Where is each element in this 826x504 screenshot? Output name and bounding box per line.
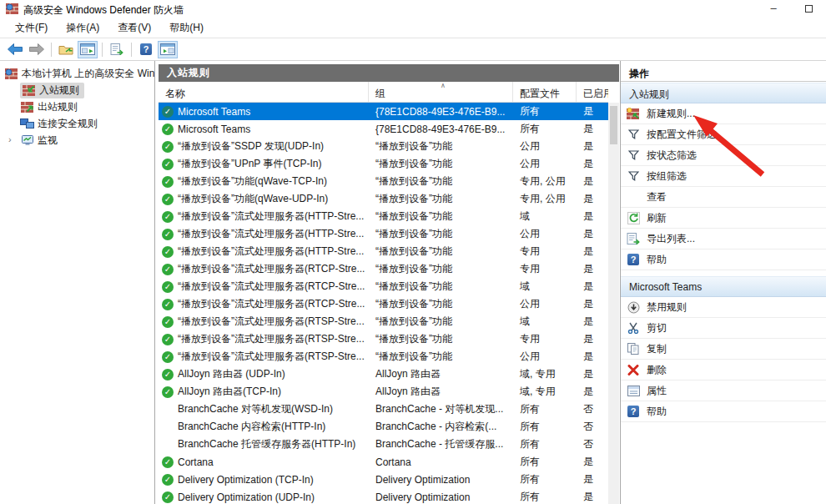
export-list-icon[interactable] — [107, 41, 127, 58]
back-icon[interactable] — [5, 41, 25, 58]
column-header-enabled[interactable]: 已启用 — [577, 82, 608, 102]
help-icon[interactable]: ? — [136, 41, 156, 58]
action-export-list[interactable]: 导出列表... — [621, 229, 826, 249]
rule-enabled-check-icon: ✓ — [162, 194, 174, 205]
rule-profile-cell: 专用 — [513, 332, 577, 346]
rule-name: “播放到设备”功能(qWave-UDP-In) — [178, 192, 328, 206]
action-properties[interactable]: 属性 — [621, 381, 826, 401]
table-row[interactable]: ✓“播放到设备”UPnP 事件(TCP-In) “播放到设备”功能 公用 是 — [159, 155, 608, 173]
action-refresh[interactable]: 刷新 — [621, 208, 826, 229]
rule-name-cell: ✓BranchCache 对等机发现(WSD-In) — [159, 402, 369, 416]
rule-enabled-check-icon: ✓ — [162, 491, 174, 503]
actions-pane-body: 入站规则 新建规则... 按配置文件筛选 按状态筛选 按组筛选 查看 刷新 导出… — [621, 83, 826, 504]
rule-name-cell: ✓Delivery Optimization (TCP-In) — [159, 474, 369, 486]
rule-name: “播放到设备”流式处理服务器(HTTP-Stre... — [178, 209, 364, 224]
table-row[interactable]: ✓“播放到设备”功能(qWave-TCP-In) “播放到设备”功能 专用, 公… — [159, 173, 608, 190]
rule-profile-cell: 所有 — [513, 122, 577, 136]
rule-profile-cell: 域, 专用 — [513, 367, 577, 381]
sidebar-item-monitoring[interactable]: 监视 — [20, 133, 58, 149]
table-row[interactable]: ✓Cortana Cortana 所有 是 — [159, 453, 608, 471]
column-header-profile[interactable]: 配置文件 — [513, 82, 577, 102]
maximize-icon — [805, 5, 813, 13]
rule-enabled-check-icon: ✓ — [162, 211, 174, 223]
table-row[interactable]: ✓“播放到设备”流式处理服务器(RTSP-Stre... “播放到设备”功能 专… — [159, 330, 608, 348]
rule-group-cell: BranchCache - 对等机发现... — [369, 402, 513, 416]
table-row[interactable]: ✓BranchCache 内容检索(HTTP-In) BranchCache -… — [159, 418, 608, 436]
vertical-scrollbar[interactable] — [608, 103, 619, 504]
rule-group-cell: “播放到设备”功能 — [369, 227, 513, 241]
table-row[interactable]: ✓AllJoyn 路由器(TCP-In) AllJoyn 路由器 域, 专用 是 — [159, 383, 608, 401]
table-row[interactable]: ✓“播放到设备”功能(qWave-UDP-In) “播放到设备”功能 专用, 公… — [159, 190, 608, 208]
rule-name: Delivery Optimization (UDP-In) — [178, 491, 315, 503]
rule-name-cell: ✓“播放到设备”UPnP 事件(TCP-In) — [159, 157, 369, 171]
scrollbar-thumb[interactable] — [610, 106, 617, 144]
table-row[interactable]: ✓BranchCache 对等机发现(WSD-In) BranchCache -… — [159, 401, 608, 418]
menu-file[interactable]: 文件(F) — [7, 18, 58, 38]
actions-pane: 操作 入站规则 新建规则... 按配置文件筛选 按状态筛选 按组筛选 查看 刷新… — [620, 61, 826, 504]
action-delete[interactable]: 删除 — [621, 360, 826, 381]
sidebar-item-inbound-rules[interactable]: 入站规则 — [20, 83, 84, 98]
sort-ascending-icon: ∧ — [441, 82, 446, 89]
list-pane-title: 入站规则 — [159, 64, 619, 82]
rule-enabled-check-icon: ✓ — [162, 351, 174, 363]
rule-name-cell: ✓AllJoyn 路由器(TCP-In) — [159, 385, 369, 399]
table-row[interactable]: ✓AllJoyn 路由器 (UDP-In) AllJoyn 路由器 域, 专用 … — [159, 365, 608, 383]
menu-help[interactable]: 帮助(H) — [161, 18, 214, 38]
tree-root-local-computer[interactable]: 本地计算机 上的高级安全 Win — [4, 66, 154, 82]
table-row[interactable]: ✓“播放到设备”SSDP 发现(UDP-In) “播放到设备”功能 公用 是 — [159, 138, 608, 155]
rule-name-cell: ✓AllJoyn 路由器 (UDP-In) — [159, 367, 369, 381]
rule-enabled-check-icon: ✓ — [162, 106, 174, 118]
action-view[interactable]: 查看 — [621, 187, 826, 208]
action-new-rule[interactable]: 新建规则... — [621, 103, 826, 124]
table-row[interactable]: ✓“播放到设备”流式处理服务器(HTTP-Stre... “播放到设备”功能 域… — [159, 208, 608, 225]
firewall-app-icon — [6, 3, 18, 17]
sidebar-item-connection-security[interactable]: 连接安全规则 — [20, 116, 98, 132]
menu-view[interactable]: 查看(V) — [109, 18, 161, 38]
rule-enabled-check-icon: ✓ — [162, 281, 174, 293]
maximize-button[interactable] — [794, 0, 823, 18]
rule-profile-cell: 公用 — [513, 297, 577, 311]
sidebar-item-outbound-rules[interactable]: 出站规则 — [20, 99, 78, 115]
table-row[interactable]: ✓BranchCache 托管缓存服务器(HTTP-In) BranchCach… — [159, 436, 608, 453]
console-tree-pane: 本地计算机 上的高级安全 Win › 入站规则 出站规则 连接安全规则 监视 — [0, 61, 155, 504]
action-disable-rule[interactable]: 禁用规则 — [621, 297, 826, 318]
action-copy[interactable]: 复制 — [621, 339, 826, 360]
table-row[interactable]: ✓Microsoft Teams {78E1CD88-49E3-476E-B9.… — [159, 120, 608, 138]
column-header-name[interactable]: 名称 — [159, 82, 369, 102]
table-row[interactable]: ✓“播放到设备”流式处理服务器(RTSP-Stre... “播放到设备”功能 公… — [159, 348, 608, 365]
table-row[interactable]: ✓“播放到设备”流式处理服务器(RTCP-Stre... “播放到设备”功能 专… — [159, 260, 608, 278]
table-row[interactable]: ✓“播放到设备”流式处理服务器(RTCP-Stre... “播放到设备”功能 域… — [159, 278, 608, 295]
rule-name-cell: ✓“播放到设备”流式处理服务器(HTTP-Stre... — [159, 227, 369, 241]
rule-name: AllJoyn 路由器(TCP-In) — [178, 385, 281, 399]
table-row[interactable]: ✓Microsoft Teams {78E1CD88-49E3-476E-B9.… — [159, 103, 608, 120]
folder-icon[interactable] — [56, 41, 76, 58]
rule-enabled-check-icon: ✓ — [162, 246, 174, 258]
table-row[interactable]: ✓Delivery Optimization (TCP-In) Delivery… — [159, 471, 608, 488]
action-help[interactable]: ? 帮助 — [621, 249, 826, 270]
rule-name: “播放到设备”功能(qWave-TCP-In) — [178, 174, 327, 189]
help-icon: ? — [626, 406, 641, 417]
menu-action[interactable]: 操作(A) — [58, 18, 109, 38]
table-row[interactable]: ✓“播放到设备”流式处理服务器(HTTP-Stre... “播放到设备”功能 公… — [159, 225, 608, 243]
action-cut[interactable]: 剪切 — [621, 318, 826, 339]
action-filter-by-state[interactable]: 按状态筛选 — [621, 145, 826, 166]
action-filter-by-group[interactable]: 按组筛选 — [621, 166, 826, 187]
table-row[interactable]: ✓“播放到设备”流式处理服务器(HTTP-Stre... “播放到设备”功能 专… — [159, 243, 608, 260]
minimize-button[interactable]: – — [759, 0, 788, 18]
rule-profile-cell: 所有 — [513, 402, 577, 416]
rule-profile-cell: 域 — [513, 280, 577, 294]
action-help[interactable]: ? 帮助 — [621, 401, 826, 422]
rule-enabled-cell: 是 — [577, 174, 608, 189]
table-row[interactable]: ✓“播放到设备”流式处理服务器(RTSP-Stre... “播放到设备”功能 域… — [159, 313, 608, 330]
export-list-icon — [626, 233, 641, 244]
action-filter-by-profile[interactable]: 按配置文件筛选 — [621, 124, 826, 145]
table-row[interactable]: ✓“播放到设备”流式处理服务器(RTCP-Stre... “播放到设备”功能 公… — [159, 295, 608, 313]
rule-name-cell: ✓“播放到设备”流式处理服务器(RTSP-Stre... — [159, 332, 369, 346]
forward-icon[interactable] — [27, 41, 47, 58]
rule-name-cell: ✓“播放到设备”功能(qWave-UDP-In) — [159, 192, 369, 206]
rule-group-cell: BranchCache - 托管缓存服... — [369, 437, 513, 451]
table-row[interactable]: ✓Delivery Optimization (UDP-In) Delivery… — [159, 488, 608, 504]
expand-chevron-icon[interactable]: › — [8, 134, 12, 144]
console-tree-icon[interactable] — [78, 41, 98, 58]
show-console-icon[interactable] — [158, 41, 178, 58]
